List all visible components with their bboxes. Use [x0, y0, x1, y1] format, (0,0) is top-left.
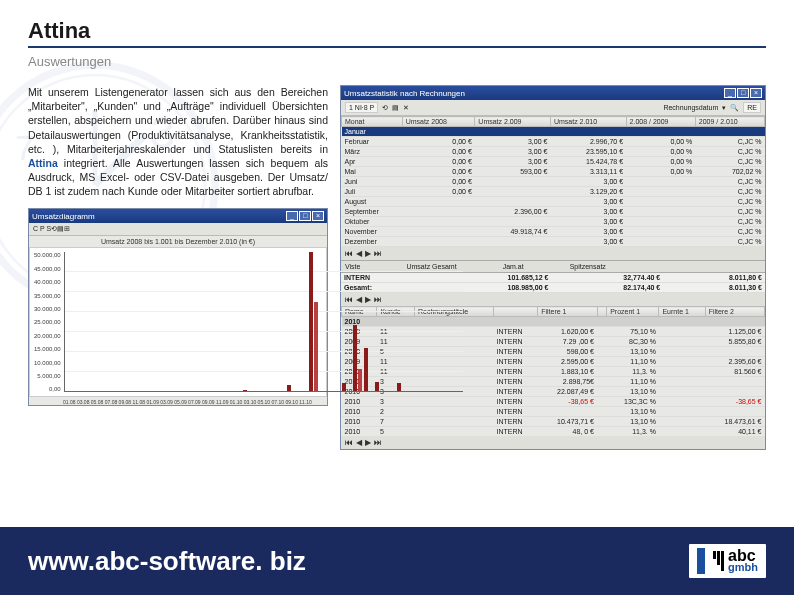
- cell: 3,00 €: [550, 227, 626, 237]
- cell: [659, 377, 705, 387]
- body-text-post: integriert. Alle Auswertungen lassen sic…: [28, 157, 328, 197]
- cell: [415, 397, 494, 407]
- cell: [550, 127, 626, 137]
- cell: 2010: [342, 417, 377, 427]
- re-button[interactable]: RE: [743, 102, 761, 113]
- col-header[interactable]: Filtere 1: [538, 307, 597, 317]
- col-header[interactable]: [493, 307, 537, 317]
- col-header[interactable]: Umsatz 2.010: [550, 117, 626, 127]
- detail-nav[interactable]: ⏮◀▶⏭: [341, 436, 765, 449]
- cell: 0,00 %: [626, 147, 695, 157]
- col-header[interactable]: Filtere 2: [705, 307, 764, 317]
- minimize-icon[interactable]: _: [286, 211, 298, 221]
- cell: 15.424,78 €: [550, 157, 626, 167]
- bar: [397, 383, 401, 392]
- cell: August: [342, 197, 403, 207]
- cell: 8C,30 %: [607, 337, 659, 347]
- col-header[interactable]: Eurnte 1: [659, 307, 705, 317]
- cell: [538, 407, 597, 417]
- chart-y-axis: 50.000,0045.000,0040.000,0035.000,0030.0…: [34, 252, 64, 392]
- cell: INTERN: [493, 357, 537, 367]
- cell: 3.129,20 €: [550, 187, 626, 197]
- col-header[interactable]: Umsatz 2.009: [475, 117, 551, 127]
- total-cell: 32,774.40 €: [551, 273, 663, 283]
- chart-plot-area: 50.000,0045.000,0040.000,0035.000,0030.0…: [29, 247, 327, 397]
- cell: 3,00 €: [475, 157, 551, 167]
- nav-icon[interactable]: ⏮: [345, 438, 353, 447]
- chevron-down-icon[interactable]: ▾: [722, 104, 726, 112]
- cell: INTERN: [493, 387, 537, 397]
- maximize-icon[interactable]: □: [299, 211, 311, 221]
- bar: [287, 385, 291, 392]
- col-header[interactable]: 2.008 / 2009: [626, 117, 695, 127]
- cell: [659, 327, 705, 337]
- cell: 3,00 €: [550, 217, 626, 227]
- cell: 598,00 €: [538, 347, 597, 357]
- cell: [597, 377, 607, 387]
- cell: 2.898,75€: [538, 377, 597, 387]
- bar: [375, 382, 379, 391]
- cell: 13,10 %: [607, 407, 659, 417]
- cell: INTERN: [493, 417, 537, 427]
- chart-toolbar-items[interactable]: C P S⟲▤⊞: [33, 225, 70, 233]
- y-tick: 50.000,00: [34, 252, 61, 258]
- cell: November: [342, 227, 403, 237]
- search-icon[interactable]: 🔍: [730, 104, 739, 112]
- logo-bars-icon: [713, 551, 724, 571]
- stats-titlebar: Umsatzstatistik nach Rechnungen _ □ ×: [341, 86, 765, 100]
- cell: C,JC %: [695, 197, 764, 207]
- close-icon[interactable]: ×: [750, 88, 762, 98]
- cell: 13,10 %: [607, 417, 659, 427]
- cell: [626, 197, 695, 207]
- col-header[interactable]: Prozent 1: [607, 307, 659, 317]
- bar: [353, 325, 357, 391]
- y-tick: 35.000,00: [34, 293, 61, 299]
- bar-group: [342, 383, 351, 391]
- close-icon[interactable]: ×: [312, 211, 324, 221]
- monthly-table: MonatUmsatz 2008Umsatz 2.009Umsatz 2.010…: [341, 116, 765, 247]
- chart-toolbar: C P S⟲▤⊞: [29, 223, 327, 236]
- clear-icon[interactable]: ✕: [403, 104, 409, 112]
- cell: C,JC %: [695, 187, 764, 197]
- cell: [626, 187, 695, 197]
- cell: 3,00 €: [550, 177, 626, 187]
- cell: [597, 367, 607, 377]
- refresh-icon[interactable]: ⟲: [382, 104, 388, 112]
- col-header[interactable]: 2009 / 2.010: [695, 117, 764, 127]
- cell: Januar: [342, 127, 403, 137]
- toolbar-field[interactable]: 1 NI·8 P: [345, 102, 378, 113]
- cell: Mai: [342, 167, 403, 177]
- cell: [659, 367, 705, 377]
- cell: 2.396,00 €: [475, 207, 551, 217]
- cell: 3,00 €: [475, 137, 551, 147]
- cell: [475, 177, 551, 187]
- cell: [475, 187, 551, 197]
- cell: 3,00 €: [550, 237, 626, 247]
- nav-icon[interactable]: ◀: [356, 438, 362, 447]
- col-header[interactable]: Umsatz 2008: [402, 117, 475, 127]
- cell: C,JC %: [695, 227, 764, 237]
- cell: 2010: [342, 397, 377, 407]
- cell: [659, 407, 705, 417]
- nav-icon[interactable]: ▶: [365, 438, 371, 447]
- col-header[interactable]: [597, 307, 607, 317]
- minimize-icon[interactable]: _: [724, 88, 736, 98]
- footer-url: www.abc-software. biz: [28, 546, 689, 577]
- cell: [597, 417, 607, 427]
- cell: Dezember: [342, 237, 403, 247]
- cell: 0,00 €: [402, 137, 475, 147]
- cell: 11,10 %: [607, 357, 659, 367]
- abc-logo: abc gmbh: [689, 544, 766, 578]
- cell: 2010: [342, 427, 377, 437]
- cell: 702,02 %: [695, 167, 764, 177]
- cell: C,JC %: [695, 137, 764, 147]
- cell: [475, 237, 551, 247]
- nav-icon[interactable]: ⏭: [374, 438, 382, 447]
- y-tick: 45.000,00: [34, 266, 61, 272]
- col-header[interactable]: Monat: [342, 117, 403, 127]
- dropdown-label: Rechnungsdatum: [663, 104, 718, 111]
- y-tick: 0,00: [34, 386, 61, 392]
- cell: 5: [377, 427, 415, 437]
- maximize-icon[interactable]: □: [737, 88, 749, 98]
- grid-icon[interactable]: ▤: [392, 104, 399, 112]
